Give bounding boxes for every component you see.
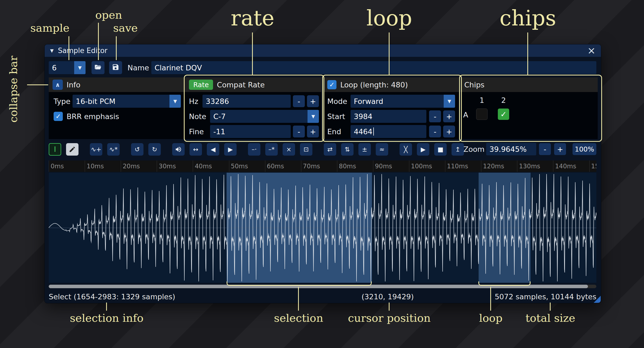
annotation-selection: selection bbox=[274, 312, 323, 324]
ruler-label: 50ms bbox=[229, 160, 248, 172]
type-dropdown[interactable]: 16-bit PCM ▼ bbox=[73, 95, 181, 108]
crossfade-button[interactable]: ╳ bbox=[400, 143, 412, 156]
ruler-label: 130ms bbox=[517, 160, 540, 172]
annotation-collapse-bar: collapse bar bbox=[7, 51, 19, 123]
draw-tool-button[interactable] bbox=[66, 143, 79, 156]
annotation-line-collapse-bar bbox=[27, 84, 48, 85]
save-button[interactable] bbox=[109, 61, 122, 74]
resize-grip[interactable] bbox=[594, 296, 601, 303]
trim-button[interactable]: ⊡ bbox=[300, 143, 312, 156]
ruler-label: 30ms bbox=[157, 160, 176, 172]
window-title: Sample Editor bbox=[58, 47, 107, 55]
folder-open-icon bbox=[94, 63, 102, 72]
chevron-down-icon[interactable]: ▼ bbox=[169, 95, 181, 108]
floppy-disk-icon bbox=[112, 63, 119, 72]
annotation-bracket-selection bbox=[227, 281, 372, 286]
annotation-total-size: total size bbox=[525, 312, 575, 324]
ruler-label: 10ms bbox=[85, 160, 104, 172]
amplify-button[interactable] bbox=[172, 143, 185, 156]
selection-info-text: Select (1654-2983: 1329 samples) bbox=[49, 291, 175, 302]
chevron-up-icon[interactable]: ∧ bbox=[53, 80, 63, 90]
name-label: Name bbox=[128, 61, 149, 74]
select-tool-button[interactable]: I bbox=[49, 143, 61, 156]
undo-button[interactable]: ↺ bbox=[131, 143, 143, 156]
annotation-open: open bbox=[95, 9, 122, 21]
annotation-line-rate bbox=[252, 32, 253, 75]
brr-emphasis-label: BRR emphasis bbox=[67, 110, 119, 123]
ruler-label: 110ms bbox=[445, 160, 468, 172]
waveform-canvas[interactable] bbox=[49, 173, 596, 283]
redo-button[interactable]: ↻ bbox=[148, 143, 161, 156]
type-label: Type bbox=[54, 95, 70, 108]
annotation-line-open bbox=[98, 23, 99, 60]
ruler-label: 100ms bbox=[409, 160, 432, 172]
annotation-chips: chips bbox=[500, 6, 556, 30]
info-panel-header[interactable]: ∧ Info bbox=[49, 77, 185, 92]
annotation-save: save bbox=[113, 22, 138, 34]
ruler-label: 20ms bbox=[121, 160, 140, 172]
info-panel-title: Info bbox=[67, 81, 80, 89]
annotation-line-cursor bbox=[389, 303, 390, 311]
annotation-loop: loop bbox=[367, 6, 412, 30]
apply-silence-button[interactable]: –* bbox=[265, 143, 278, 156]
brr-emphasis-checkbox[interactable]: ✓ bbox=[54, 112, 63, 121]
annotation-sample: sample bbox=[30, 22, 69, 34]
ruler-label: 60ms bbox=[265, 160, 284, 172]
annotation-selection-info: selection info bbox=[70, 312, 143, 324]
resample-button[interactable]: ∿* bbox=[107, 143, 120, 156]
normalize-button[interactable]: ↔ bbox=[189, 143, 202, 156]
invert-button[interactable]: ⇅ bbox=[341, 143, 354, 156]
type-value[interactable]: 16-bit PCM bbox=[73, 95, 169, 108]
sample-selector[interactable]: 6 ▼ bbox=[49, 61, 86, 74]
annotation-outline-rate bbox=[184, 75, 324, 142]
reverse-button[interactable]: ⇄ bbox=[324, 143, 336, 156]
zoom-in-button[interactable]: + bbox=[554, 143, 566, 155]
total-size-text: 5072 samples, 10144 bytes bbox=[495, 291, 596, 302]
annotation-rate: rate bbox=[231, 6, 274, 30]
stop-button[interactable]: ■ bbox=[434, 143, 447, 156]
annotation-line-loop bbox=[389, 32, 390, 75]
close-icon[interactable]: × bbox=[587, 46, 596, 55]
import-button[interactable]: ↥ bbox=[452, 143, 464, 156]
annotation-cursor-position: cursor position bbox=[348, 312, 430, 324]
annotation-line-loop-bottom bbox=[490, 287, 491, 311]
annotation-line-save bbox=[116, 36, 117, 60]
zoom-input[interactable]: 39.9645% bbox=[486, 143, 536, 155]
sign-invert-button[interactable]: ± bbox=[358, 143, 371, 156]
annotation-bracket-loop bbox=[478, 281, 531, 286]
fade-out-button[interactable]: ▶ bbox=[224, 143, 237, 156]
open-button[interactable] bbox=[91, 61, 104, 74]
desktop-background: ▼ Sample Editor × 6 ▼ Name Clarinet DQV … bbox=[0, 0, 644, 348]
ruler-label: 140ms bbox=[553, 160, 576, 172]
zoom-label: Zoom bbox=[463, 143, 485, 155]
ruler-label: 90ms bbox=[373, 160, 392, 172]
annotation-line-sample bbox=[68, 36, 69, 60]
cursor-position-text: (3210, 19429) bbox=[362, 291, 414, 302]
window-collapse-icon[interactable]: ▼ bbox=[50, 48, 54, 53]
preview-button[interactable]: ▶ bbox=[417, 143, 429, 156]
ruler-label: 70ms bbox=[301, 160, 320, 172]
title-bar[interactable]: ▼ Sample Editor × bbox=[45, 44, 601, 57]
fade-in-button[interactable]: ◀ bbox=[207, 143, 219, 156]
zoom-out-button[interactable]: - bbox=[539, 143, 551, 155]
annotation-line-selection bbox=[298, 287, 299, 311]
chevron-down-icon[interactable]: ▼ bbox=[74, 61, 86, 74]
annotation-line-chips bbox=[527, 32, 528, 75]
resize-button[interactable]: ∿+ bbox=[90, 143, 102, 156]
annotation-outline-chips bbox=[459, 75, 602, 142]
insert-silence-button[interactable]: –· bbox=[248, 143, 260, 156]
annotation-line-total-size bbox=[550, 303, 551, 311]
name-input[interactable]: Clarinet DQV bbox=[151, 61, 596, 74]
ruler-label: 40ms bbox=[193, 160, 212, 172]
ruler-label: 0ms bbox=[49, 160, 64, 172]
annotation-line-selection-info bbox=[106, 303, 107, 311]
filter-button[interactable]: ≈ bbox=[376, 143, 388, 156]
annotation-outline-loop bbox=[322, 75, 462, 142]
sample-number-value[interactable]: 6 bbox=[49, 61, 74, 74]
ruler-label: 80ms bbox=[337, 160, 356, 172]
annotation-loop-bottom: loop bbox=[479, 312, 503, 324]
info-panel: ∧ Info Type 16-bit PCM ▼ ✓ BRR emphasis bbox=[49, 77, 185, 139]
delete-button[interactable]: × bbox=[283, 143, 295, 156]
time-ruler: 0ms10ms20ms30ms40ms50ms60ms70ms80ms90ms1… bbox=[49, 160, 596, 172]
zoom-reset-button[interactable]: 100% bbox=[573, 143, 596, 155]
